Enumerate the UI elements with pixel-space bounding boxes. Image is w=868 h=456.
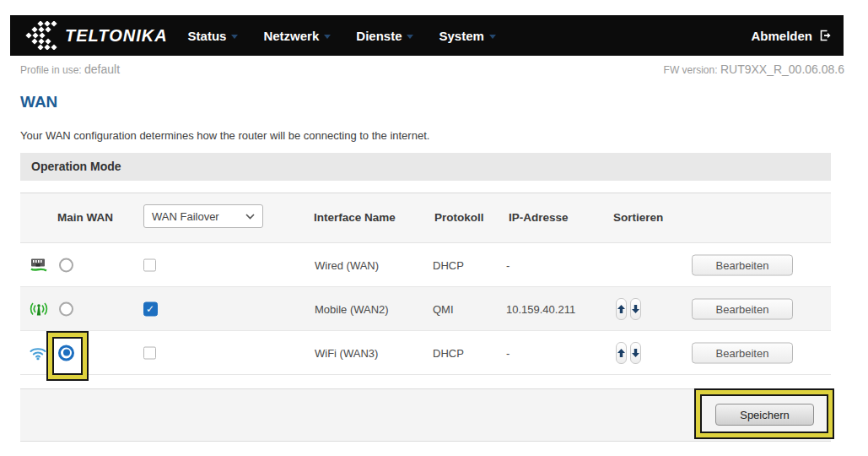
table-row-wired-wan: Wired (WAN) DHCP - Bearbeiten (20, 243, 831, 287)
nav-item-label: Status (188, 29, 227, 43)
edit-button-mobile[interactable]: Bearbeiten (692, 298, 793, 319)
nav-item-label: Dienste (356, 29, 402, 43)
interface-name: Mobile (WAN2) (315, 302, 389, 315)
sort-controls (616, 342, 641, 364)
column-header-main-wan: Main WAN (57, 211, 113, 224)
nav-item-status[interactable]: Status (188, 29, 239, 43)
ip-address-value: 10.159.40.211 (506, 302, 575, 315)
meta-row: Profile in use: default FW version: RUT9… (20, 62, 844, 76)
section-title: Operation Mode (31, 160, 121, 173)
chevron-down-icon (231, 35, 238, 39)
main-wan-radio-wired[interactable] (59, 258, 73, 272)
table-row-mobile-wan2: Mobile (WAN2) QMI 10.159.40.211 Bearbeit… (20, 287, 831, 331)
column-header-ip: IP-Adresse (509, 211, 569, 224)
chevron-down-icon (324, 35, 331, 39)
edit-button-wired[interactable]: Bearbeiten (692, 254, 793, 275)
arrow-down-icon (632, 305, 639, 313)
select-value: WAN Failover (152, 210, 219, 223)
profile-value: default (84, 62, 120, 76)
fw-value: RUT9XX_R_00.06.08.6 (720, 62, 844, 76)
failover-checkbox-mobile[interactable] (143, 301, 158, 316)
protocol-value: QMI (433, 302, 454, 315)
footer-bar (20, 388, 831, 442)
sort-down-button[interactable] (630, 298, 641, 320)
main-wan-radio-mobile[interactable] (59, 301, 73, 316)
logout-icon (818, 29, 832, 42)
table-header-row: Main WAN WAN Failover Interface Name Pro… (20, 193, 831, 243)
ip-address-value: - (506, 258, 509, 271)
fw-label: FW version: (664, 64, 718, 76)
fw-version: FW version: RUT9XX_R_00.06.08.6 (664, 62, 844, 76)
edit-button-wifi[interactable]: Bearbeiten (692, 342, 793, 363)
sort-up-button[interactable] (616, 342, 627, 364)
page-description: Your WAN configuration determines how th… (20, 129, 429, 142)
column-header-protocol: Protokoll (434, 211, 484, 224)
nav-item-netzwerk[interactable]: Netzwerk (263, 29, 331, 43)
nav-item-label: Netzwerk (263, 29, 319, 43)
page-title: WAN (20, 93, 57, 111)
logout-button[interactable]: Abmelden (751, 29, 832, 43)
logout-label: Abmelden (751, 29, 812, 43)
mobile-icon (30, 301, 48, 317)
failover-checkbox-wifi[interactable] (143, 346, 156, 359)
nav-item-dienste[interactable]: Dienste (356, 29, 413, 43)
sort-controls (616, 298, 641, 320)
main-menu: Status Netzwerk Dienste System (188, 29, 496, 43)
navbar: TELTONIKA Status Netzwerk Dienste System… (10, 15, 844, 56)
chevron-down-icon (489, 35, 496, 39)
main-wan-radio-wifi[interactable] (58, 345, 74, 361)
chevron-down-icon (407, 35, 413, 39)
nav-item-system[interactable]: System (439, 29, 495, 43)
brand-logo: TELTONIKA (22, 21, 168, 50)
arrow-down-icon (632, 349, 639, 357)
arrow-up-icon (617, 305, 625, 313)
wan-page: TELTONIKA Status Netzwerk Dienste System… (0, 0, 868, 456)
column-header-sort: Sortieren (613, 211, 663, 224)
chevron-down-icon (245, 214, 255, 220)
interface-name: WiFi (WAN3) (315, 346, 378, 359)
sort-up-button[interactable] (616, 298, 627, 320)
wifi-icon (30, 345, 46, 360)
wan-table: Main WAN WAN Failover Interface Name Pro… (20, 193, 831, 375)
interface-name: Wired (WAN) (315, 258, 379, 271)
wired-icon (30, 257, 48, 273)
arrow-up-icon (617, 349, 625, 357)
sort-down-button[interactable] (630, 342, 641, 364)
brand-text: TELTONIKA (65, 26, 168, 46)
failover-checkbox-wired[interactable] (143, 258, 156, 271)
nav-item-label: System (439, 29, 483, 43)
protocol-value: DHCP (433, 346, 464, 359)
teltonika-logo-icon (22, 21, 61, 50)
section-header-operation-mode: Operation Mode (20, 153, 831, 181)
protocol-value: DHCP (433, 258, 464, 271)
ip-address-value: - (506, 346, 509, 359)
save-button[interactable]: Speichern (715, 404, 814, 426)
wan-failover-select[interactable]: WAN Failover (143, 204, 263, 228)
profile-label: Profile in use: (20, 64, 82, 76)
profile-in-use: Profile in use: default (20, 62, 120, 76)
column-header-interface: Interface Name (314, 211, 396, 224)
table-row-wifi-wan3: WiFi (WAN3) DHCP - Bearbeiten (20, 331, 831, 375)
